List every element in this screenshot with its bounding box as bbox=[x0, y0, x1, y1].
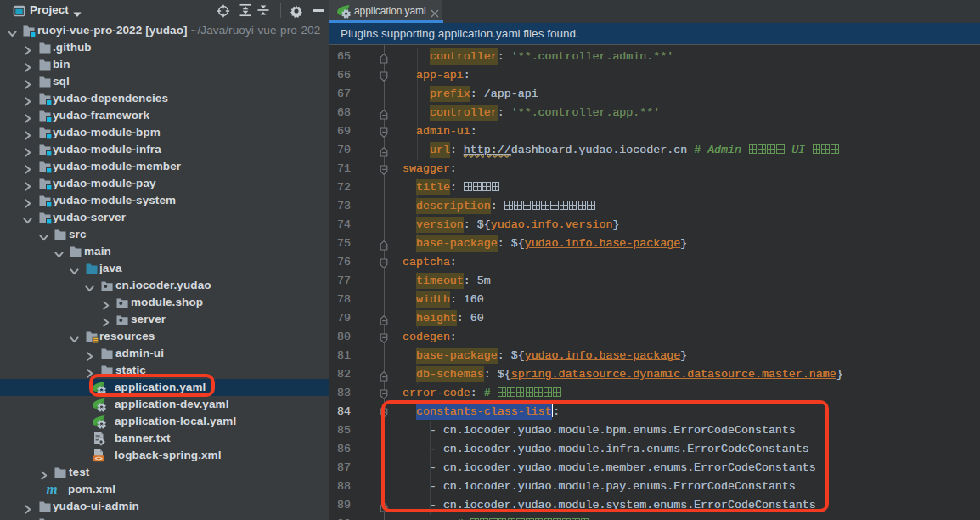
svg-text:<>: <> bbox=[95, 455, 104, 462]
svg-text:m: m bbox=[46, 483, 57, 496]
